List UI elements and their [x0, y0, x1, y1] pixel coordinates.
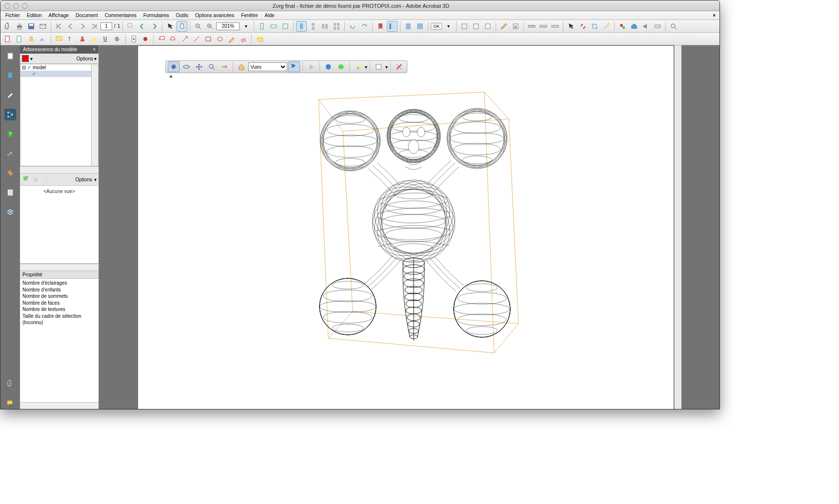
shapes-icon[interactable]	[617, 21, 628, 32]
lighting-dropdown-icon[interactable]: ▾	[365, 64, 367, 70]
tree-scroll-v[interactable]	[91, 64, 98, 166]
rect-icon[interactable]	[203, 34, 214, 44]
delete-view-icon[interactable]	[32, 175, 40, 184]
page-view[interactable]: Vues ▾ ▾ ▲	[138, 45, 674, 409]
rail-xy-icon[interactable]: xy	[4, 148, 16, 159]
tree-root-row[interactable]: ⊟ ✔ model	[20, 64, 98, 71]
panel-close-icon[interactable]: ×	[93, 47, 96, 52]
rail-comments-icon[interactable]	[4, 397, 16, 409]
render-mode-icon[interactable]	[322, 61, 334, 72]
reading-mode-icon[interactable]	[403, 21, 414, 32]
zoom-window-icon[interactable]	[22, 3, 28, 9]
arrow-cursor-icon[interactable]	[566, 21, 577, 32]
tree-child-row[interactable]: ✔	[20, 71, 98, 77]
page-next-icon[interactable]	[77, 21, 88, 32]
form2-icon[interactable]	[471, 21, 481, 32]
show-comments-icon[interactable]	[254, 34, 265, 44]
zoom-out-icon[interactable]	[193, 21, 203, 32]
tree-check-icon[interactable]: ✔	[32, 71, 36, 77]
tree-panel-icon[interactable]	[387, 21, 398, 32]
bookmark-icon[interactable]	[375, 21, 386, 32]
search-icon[interactable]	[668, 21, 679, 32]
fullscreen-icon[interactable]	[415, 21, 425, 32]
color-swatch[interactable]	[22, 55, 29, 62]
line-icon[interactable]	[191, 34, 202, 44]
tree-scroll-h[interactable]	[20, 166, 99, 173]
menu-affichage[interactable]: Affichage	[46, 12, 72, 19]
fit-page-icon[interactable]	[280, 21, 291, 32]
minimize-window-icon[interactable]	[13, 3, 19, 9]
note-icon[interactable]	[54, 34, 64, 44]
menu-fenetre[interactable]: Fenêtre	[238, 12, 260, 19]
render-mode2-icon[interactable]	[335, 61, 347, 72]
ruler2-icon[interactable]	[538, 21, 549, 32]
swatch-dropdown-icon[interactable]: ▾	[30, 56, 33, 61]
marquee-zoom-icon[interactable]	[125, 21, 136, 32]
rail-model-tree-icon[interactable]	[4, 109, 16, 120]
zoom-in-icon[interactable]	[204, 21, 215, 32]
play-anim-icon[interactable]	[305, 61, 317, 72]
zoom-input[interactable]	[216, 22, 240, 30]
attach-file-icon[interactable]	[128, 34, 139, 44]
rail-sign-icon[interactable]	[4, 89, 16, 101]
mail-icon[interactable]	[38, 21, 48, 32]
fit-width-icon[interactable]	[268, 21, 279, 32]
link-icon[interactable]	[578, 21, 588, 32]
toolbox-icon[interactable]	[629, 21, 639, 32]
form-icon[interactable]	[459, 21, 470, 32]
cloud-icon[interactable]	[168, 34, 179, 44]
menu-outils[interactable]: Outils	[173, 12, 192, 19]
close-window-icon[interactable]	[4, 3, 10, 9]
document-scroll-v[interactable]	[674, 45, 681, 409]
arrow-annot-icon[interactable]	[180, 34, 190, 44]
crop-icon[interactable]	[589, 21, 600, 32]
back-icon[interactable]	[137, 21, 148, 32]
measure-icon[interactable]	[499, 21, 509, 32]
options-label[interactable]: Options	[77, 56, 93, 61]
rail-pages-icon[interactable]	[4, 50, 16, 62]
ruler3-icon[interactable]	[550, 21, 560, 32]
strikeout-icon[interactable]: S	[112, 34, 123, 44]
menu-commentaires[interactable]: Commentaires	[102, 12, 140, 19]
attach-icon[interactable]	[2, 21, 13, 32]
rail-bookmarks-icon[interactable]	[4, 70, 16, 81]
sound-icon[interactable]	[640, 21, 651, 32]
model-tree-toggle-icon[interactable]	[288, 61, 300, 72]
bgcolor-icon[interactable]	[373, 61, 384, 72]
views-options-dropdown-icon[interactable]: ▾	[94, 177, 97, 182]
more-1-icon[interactable]: ▾	[443, 21, 454, 32]
callout-icon[interactable]	[156, 34, 167, 44]
page-last-icon[interactable]	[89, 21, 100, 32]
fit-height-icon[interactable]	[257, 21, 267, 32]
object-icon[interactable]: X	[510, 21, 521, 32]
pencil-icon[interactable]	[226, 34, 237, 44]
rail-layers-icon[interactable]	[4, 187, 16, 198]
forward-icon[interactable]	[149, 21, 160, 32]
view-props-icon[interactable]	[41, 175, 49, 184]
menu-document[interactable]: Document	[73, 12, 101, 19]
menu-fichier[interactable]: Fichier	[2, 12, 23, 19]
ok-button[interactable]: OK	[431, 23, 442, 30]
save-icon[interactable]	[26, 21, 37, 32]
export-icon[interactable]	[14, 34, 25, 44]
highlight-icon[interactable]	[89, 34, 100, 44]
model-3d-canvas[interactable]	[299, 90, 533, 363]
bgcolor-dropdown-icon[interactable]: ▾	[385, 64, 388, 70]
continuous-icon[interactable]	[308, 21, 319, 32]
wand-icon[interactable]	[601, 21, 612, 32]
rail-help-icon[interactable]: ?	[4, 128, 16, 140]
stamp-icon[interactable]	[77, 34, 88, 44]
underline-icon[interactable]: U	[100, 34, 111, 44]
model-tree[interactable]: ⊟ ✔ model ✔	[20, 64, 99, 166]
menu-options-avancees[interactable]: Options avancées	[192, 12, 237, 19]
walk-tool-icon[interactable]	[219, 61, 230, 72]
options-dropdown-icon[interactable]: ▾	[94, 56, 97, 61]
tree-check-icon[interactable]: ✔	[27, 65, 31, 70]
zoom-dropdown-icon[interactable]: ▾	[240, 21, 251, 32]
views-scroll-h[interactable]	[20, 264, 99, 271]
tree-collapse-icon[interactable]: ⊟	[22, 65, 26, 70]
menu-aide[interactable]: Aide	[262, 12, 278, 19]
pan-tool-icon[interactable]	[193, 61, 205, 72]
hand-icon[interactable]	[177, 21, 187, 32]
zoom-tool-icon[interactable]	[206, 61, 218, 72]
